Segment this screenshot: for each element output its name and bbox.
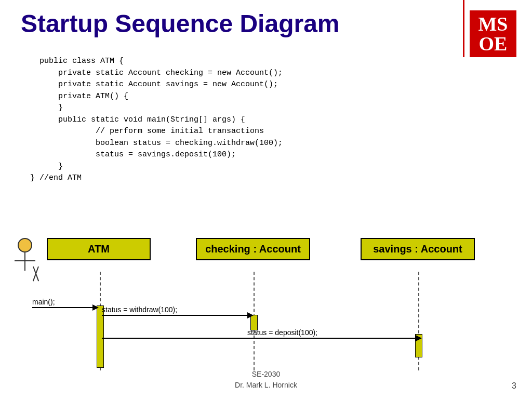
arrow-main: main(); [32,307,99,317]
sequence-diagram: ATM checking : Account savings : Account… [0,238,532,373]
footer-line2: Dr. Mark L. Hornick [0,380,532,391]
code-line-1: public class ATM { [39,57,124,65]
code-block: public class ATM { private static Accoun… [21,44,511,196]
footer: SE-2030 Dr. Mark L. Hornick [0,369,532,391]
code-line-4: private ATM() { [21,92,128,101]
code-line-5: } [21,103,63,112]
logo-line2: OE [479,34,508,54]
arrow-withdraw-label: status = withdraw(100); [102,305,177,314]
logo-line1: MS [478,14,508,34]
code-line-11: } //end ATM [21,174,82,182]
checking-label: checking : Account [205,243,301,255]
lifeline-atm: ATM [47,238,151,260]
code-line-6: public static void main(String[] args) { [21,115,245,124]
code-line-7: // perform some initial transactions [21,127,264,136]
lifeline-savings: savings : Account [361,238,475,260]
actor-body [24,252,25,271]
code-line-9: status = savings.deposit(100); [21,150,236,159]
arrow-withdraw: status = withdraw(100); [102,315,254,325]
page-number: 3 [512,381,516,391]
atm-label: ATM [88,243,110,255]
actor-head [18,238,32,252]
footer-line1: SE-2030 [0,369,532,380]
code-line-8: boolean status = checking.withdraw(100); [21,139,283,148]
code-line-10: } [21,162,63,171]
lifeline-checking: checking : Account [196,238,310,260]
code-line-2: private static Account checking = new Ac… [21,69,283,77]
arrow-deposit-label: status = deposit(100); [247,328,317,337]
actor-figure [15,238,35,261]
actor-arms [15,260,35,261]
msoe-logo: MS OE [470,10,516,57]
code-line-3: private static Account savings = new Acc… [21,80,278,89]
slide-title: Startup Sequence Diagram [21,10,511,38]
slide: MS OE Startup Sequence Diagram public cl… [0,0,532,399]
savings-label: savings : Account [373,243,462,255]
arrow-main-label: main(); [32,298,55,306]
arrow-deposit: status = deposit(100); [102,338,422,348]
logo-accent-line [463,0,464,57]
